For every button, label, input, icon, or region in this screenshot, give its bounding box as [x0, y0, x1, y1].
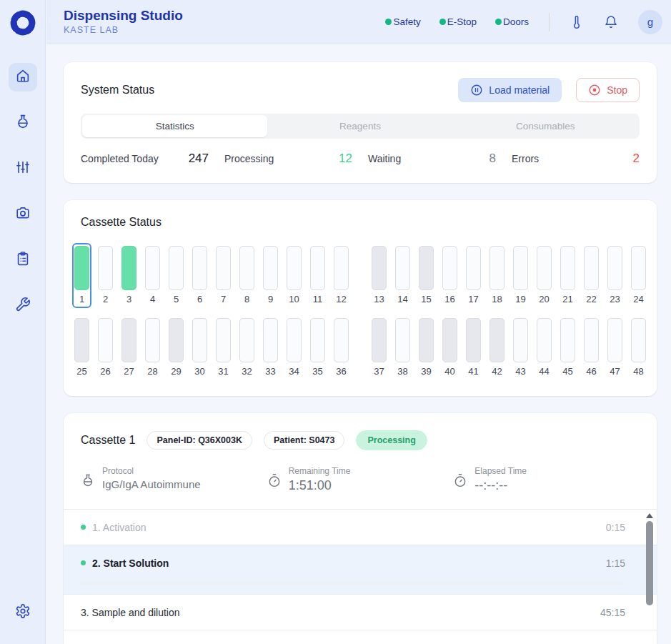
slot-bar — [537, 246, 552, 290]
tab-reagents[interactable]: Reagents — [267, 115, 452, 137]
cassette-slot[interactable]: 9 — [261, 243, 280, 308]
cassette-slot[interactable]: 29 — [166, 315, 186, 380]
sidebar-item-protocols[interactable] — [9, 109, 37, 137]
step-row[interactable]: 3. Sample and dilution45:15 — [64, 595, 657, 630]
cassette-slot[interactable]: 7 — [214, 243, 233, 308]
cassette-slot[interactable]: 21 — [558, 243, 577, 308]
sidebar-item-camera[interactable] — [9, 200, 37, 229]
cassette-slot[interactable]: 10 — [284, 243, 304, 308]
step-list-scrollbar[interactable] — [645, 513, 654, 644]
home-icon — [15, 68, 31, 86]
slot-bar — [419, 246, 434, 290]
cassette-slot[interactable]: 24 — [629, 243, 648, 308]
cassette-slot[interactable]: 44 — [535, 315, 554, 380]
slot-bar — [419, 318, 434, 362]
thermometer-icon[interactable] — [570, 15, 584, 29]
step-name: 3. Sample and dilution — [81, 607, 600, 618]
cassette-slot[interactable]: 38 — [393, 315, 412, 380]
slot-group: 131415161718192021222324 — [369, 243, 648, 308]
aperture-logo-icon — [7, 7, 39, 39]
step-line: 3. Sample and dilution45:15 — [81, 595, 625, 630]
cassette-slot[interactable]: 12 — [332, 243, 351, 308]
load-material-button[interactable]: Load material — [458, 78, 562, 102]
cassette-slot[interactable]: 4 — [143, 243, 162, 308]
system-status-tabs: StatisticsReagentsConsumables — [81, 114, 640, 139]
scrollbar-thumb[interactable] — [646, 521, 653, 605]
status-indicator: Safety — [385, 16, 420, 27]
cassette-slot[interactable]: 19 — [511, 243, 530, 308]
cassette-slot[interactable]: 3 — [119, 243, 139, 308]
stat-value: 2 — [633, 152, 640, 166]
cassette-slot[interactable]: 20 — [535, 243, 554, 308]
step-row[interactable]: 1. Activation0:15 — [64, 510, 657, 545]
cassette-slot[interactable]: 41 — [464, 315, 483, 380]
cassette-slot[interactable]: 32 — [237, 315, 257, 380]
slot-bar — [74, 318, 89, 362]
avatar[interactable]: g — [638, 10, 662, 34]
cassette-slot[interactable]: 36 — [332, 315, 351, 380]
step-name: 1. Activation — [92, 522, 606, 533]
cassette-slot[interactable]: 13 — [369, 243, 389, 308]
gear-icon — [15, 603, 31, 622]
cassette-slot[interactable]: 39 — [417, 315, 436, 380]
cassette-slot[interactable]: 11 — [308, 243, 327, 308]
elapsed-time-label: Elapsed Time — [474, 466, 527, 476]
status-indicator-label: Doors — [503, 16, 529, 27]
cassette-slot[interactable]: 42 — [487, 315, 507, 380]
status-indicator-label: Safety — [393, 16, 420, 27]
cassette-slot[interactable]: 18 — [487, 243, 507, 308]
cassette-slot[interactable]: 43 — [511, 315, 530, 380]
cassette-slot[interactable]: 30 — [190, 315, 209, 380]
cassette-slot[interactable]: 33 — [261, 315, 280, 380]
cassette-slot[interactable]: 23 — [605, 243, 625, 308]
bell-icon[interactable] — [604, 15, 618, 29]
slot-bar — [560, 318, 575, 362]
cassette-slot[interactable]: 8 — [237, 243, 257, 308]
sidebar-item-controls[interactable] — [9, 154, 37, 183]
cassette-slot[interactable]: 47 — [605, 315, 625, 380]
cassette-slot[interactable]: 6 — [190, 243, 209, 308]
cassette-slot[interactable]: 27 — [119, 315, 139, 380]
cassette-slot[interactable]: 2 — [96, 243, 115, 308]
slot-number: 31 — [218, 366, 228, 377]
cassette-slot[interactable]: 26 — [96, 315, 115, 380]
sidebar-item-worklist[interactable] — [9, 246, 37, 274]
sidebar-item-maintenance[interactable] — [9, 292, 37, 320]
stop-button[interactable]: Stop — [576, 78, 640, 102]
slot-number: 15 — [421, 294, 431, 304]
cassette-slot[interactable]: 46 — [582, 315, 601, 380]
cassette-slot[interactable]: 31 — [214, 315, 233, 380]
cassette-slot[interactable]: 34 — [284, 315, 304, 380]
cassette-slot[interactable]: 35 — [308, 315, 327, 380]
stat-item: Processing12 — [224, 152, 352, 166]
stop-circle-icon — [588, 84, 601, 96]
cassette-slot[interactable]: 40 — [440, 315, 459, 380]
cassette-slot[interactable]: 15 — [417, 243, 436, 308]
system-status-title: System Status — [81, 84, 154, 96]
pause-circle-icon — [470, 84, 483, 96]
status-dot-icon — [439, 19, 446, 25]
status-indicator-label: E-Stop — [447, 16, 477, 27]
tab-consumables[interactable]: Consumables — [453, 115, 638, 137]
step-row[interactable]: 2. Start Solution1:15 — [64, 545, 657, 595]
cassette-slot[interactable]: 37 — [369, 315, 389, 380]
cassette-slot[interactable]: 1 — [72, 243, 91, 308]
scroll-up-arrow-icon[interactable] — [646, 513, 653, 518]
cassette-slot[interactable]: 28 — [143, 315, 162, 380]
cassette-slot[interactable]: 14 — [393, 243, 412, 308]
slot-bar — [216, 318, 231, 362]
cassette-slot[interactable]: 17 — [464, 243, 483, 308]
cassette-slot[interactable]: 5 — [166, 243, 186, 308]
slot-bar — [121, 246, 136, 290]
cassette-slot[interactable]: 48 — [629, 315, 648, 380]
cassette-slot[interactable]: 25 — [72, 315, 91, 380]
sidebar-item-home[interactable] — [9, 63, 37, 91]
cassette-slot[interactable]: 45 — [558, 315, 577, 380]
slot-bar — [537, 318, 552, 362]
tab-statistics[interactable]: Statistics — [82, 115, 267, 137]
sidebar-item-settings[interactable] — [9, 598, 37, 627]
slot-bar — [560, 246, 575, 290]
cassette-slot[interactable]: 22 — [582, 243, 601, 308]
cassette-slot[interactable]: 16 — [440, 243, 459, 308]
slot-number: 28 — [147, 366, 157, 377]
